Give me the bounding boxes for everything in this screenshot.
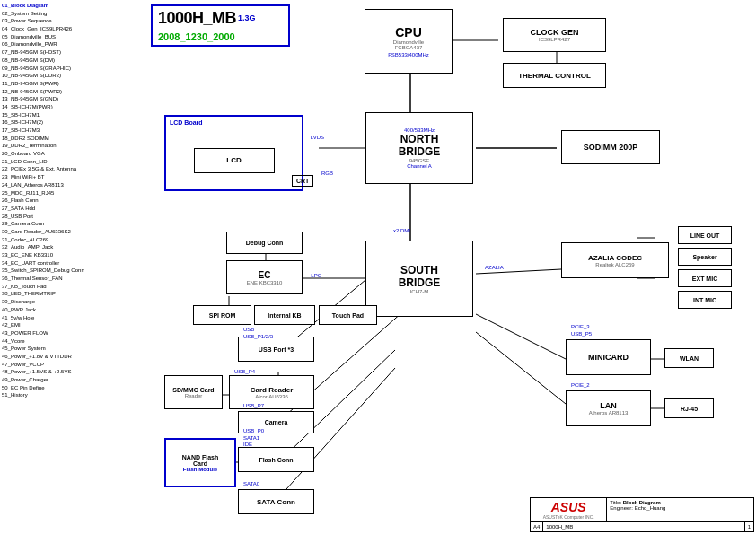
sidebar-item-32[interactable]: 32_Audio_AMP_Jack (2, 243, 145, 251)
sidebar-item-43[interactable]: 43_POWER FLOW (2, 329, 145, 337)
sidebar-item-30[interactable]: 30_Card Reader_AU6336S2 (2, 228, 145, 236)
usb-label: USB (243, 327, 254, 332)
sidebar-item-02[interactable]: 02_System Setting (2, 10, 145, 18)
sdmmc-sub: Reader (185, 393, 203, 398)
lcd-label: LCD (226, 156, 241, 164)
spi-rom-box: SPI ROM (193, 305, 251, 325)
sidebar-item-50[interactable]: 50_EC Pin Define (2, 384, 145, 392)
sidebar-item-28[interactable]: 28_USB Port (2, 213, 145, 221)
sidebar-item-17[interactable]: 17_SB-ICH7M3 (2, 127, 145, 135)
lan-sub: Atheros AR8113 (589, 410, 629, 416)
sidebar-item-34[interactable]: 34_EC_UART controller (2, 259, 145, 267)
svg-line-20 (476, 314, 566, 359)
sidebar-item-13[interactable]: 13_NB-945GM S(GND) (2, 95, 145, 103)
sidebar-item-41[interactable]: 41_5v/w Hole (2, 314, 145, 322)
sidebar-item-08[interactable]: 08_NB-945GM S(DM) (2, 57, 145, 65)
clock-gen-title: CLOCK GEN (531, 28, 579, 37)
sidebar-item-46[interactable]: 46_Power_+1.8V & VTTDDR (2, 353, 145, 361)
ec-sub: ENE KBC3310 (247, 280, 283, 285)
sidebar-item-14[interactable]: 14_SB-ICH7M(PWR) (2, 103, 145, 111)
sidebar-item-33[interactable]: 33_EC_ENE KB3310 (2, 251, 145, 259)
pcie2-label: PCIE_2 (571, 382, 590, 388)
card-reader-title: Card Reader (251, 386, 294, 394)
cpu-box: CPU Diamondville FCBGA437 FSB533/400MHz (365, 9, 453, 74)
sidebar-item-22[interactable]: 22_PCIEx 3.5G & Ext. Antenna (2, 165, 145, 173)
asus-logo: ASUS (551, 500, 586, 514)
sidebar-item-10[interactable]: 10_NB-945GM S(DDR2) (2, 72, 145, 80)
sidebar-item-12[interactable]: 12_NB-945GM S(PWR2) (2, 88, 145, 96)
sidebar-item-24[interactable]: 24_LAN_Atheros AR8113 (2, 181, 145, 189)
rj45-label: RJ-45 (681, 406, 698, 412)
sidebar-item-36[interactable]: 36_Thermal Sensor_FAN (2, 275, 145, 283)
usb-p4-label: USB_P4 (234, 369, 255, 374)
sidebar-item-26[interactable]: 26_Flash Conn (2, 197, 145, 205)
sidebar-item-47[interactable]: 47_Power_VCCP (2, 361, 145, 369)
sidebar-item-40[interactable]: 40_PWR Jack (2, 306, 145, 314)
sdmmc-box: SD/MMC Card Reader (164, 375, 223, 409)
usb-p-label: USB_P1/2/3 (243, 334, 273, 339)
sidebar-item-39[interactable]: 39_Discharge (2, 298, 145, 306)
int-mic-box: INT MIC (678, 291, 732, 309)
lvds-label: LVDS (311, 135, 324, 140)
sidebar-item-06[interactable]: 06_Diamondville_PWR (2, 40, 145, 48)
sidebar-item-25[interactable]: 25_MDC_RJ11_RJ45 (2, 189, 145, 197)
sidebar-item-01[interactable]: 01_Block Diagram (2, 2, 145, 10)
pcie-p5-label: USB_P5 (571, 331, 592, 337)
usb-p0-label: USB_P0 (243, 428, 264, 433)
footer-block: ASUS ASUSTeK Computer INC. Title: Block … (530, 497, 754, 532)
sidebar-item-03[interactable]: 03_Power Sequence (2, 17, 145, 25)
sidebar-item-05[interactable]: 05_Diamondville_BUS (2, 33, 145, 41)
sidebar-item-27[interactable]: 27_SATA Hdd (2, 205, 145, 213)
sidebar-item-11[interactable]: 11_NB-945GM S(PWR) (2, 80, 145, 88)
crt-box: CRT (292, 175, 313, 187)
sidebar-item-49[interactable]: 49_Power_Charger (2, 376, 145, 384)
cpu-fsb: FSB533/400MHz (388, 52, 429, 57)
sata-conn-box: SATA0 SATA Conn (238, 489, 314, 514)
pcie3-label: PCIE_3 (571, 324, 590, 329)
sidebar-item-48[interactable]: 48_Power_+1.5VS & +2.5VS (2, 368, 145, 376)
sidebar-item-38[interactable]: 38_LED_THERMTRIP (2, 290, 145, 298)
sata-conn-label: SATA Conn (257, 498, 295, 506)
sidebar-item-45[interactable]: 45_Power System (2, 345, 145, 353)
sidebar-item-09[interactable]: 09_NB-945GM S(GRAPHIC) (2, 65, 145, 73)
company-name: ASUSTeK Computer INC. (543, 514, 594, 520)
dmi-label: x2 DMI (393, 228, 410, 233)
sidebar-item-21[interactable]: 21_LCD Conn_LID (2, 158, 145, 166)
ext-mic-label: EXT MIC (692, 276, 717, 282)
sidebar-item-31[interactable]: 31_Codec_ALC269 (2, 236, 145, 244)
line-out-label: LINE OUT (690, 232, 720, 239)
project-title-block: 1000H_MB 1.3G 2008_1230_2000 (151, 4, 290, 47)
ext-mic-box: EXT MIC (678, 269, 732, 287)
sidebar-item-20[interactable]: 20_Onboard VGA (2, 150, 145, 158)
card-reader-box: USB_P4 Card Reader Alcor AU6336 (229, 375, 314, 409)
south-bridge-box: x2 DMI SOUTH BRIDGE ICH7-M (365, 241, 473, 317)
clock-gen-box: CLOCK GEN ICS9LPR427 (503, 18, 606, 52)
sidebar-item-18[interactable]: 18_DDR2 SODIMM (2, 135, 145, 143)
sidebar-item-23[interactable]: 23_Mini WiFi+ BT (2, 173, 145, 181)
sidebar-item-15[interactable]: 15_SB-ICH7M1 (2, 111, 145, 119)
cpu-sub2: FCBGA437 (395, 45, 423, 50)
sidebar-item-37[interactable]: 37_KB_Touch Pad (2, 283, 145, 291)
azalia-sub: Realtek ALC269 (595, 262, 634, 267)
sidebar-item-16[interactable]: 16_SB-ICH7M(2) (2, 118, 145, 127)
sata0-label: SATA0 (243, 481, 259, 486)
sidebar-item-04[interactable]: 04_Clock_Gen_ICS9LPR426 (2, 25, 145, 33)
sidebar-item-51[interactable]: 51_History (2, 391, 145, 399)
sidebar-item-44[interactable]: 44_Vcore (2, 337, 145, 346)
sidebar-item-42[interactable]: 42_EMI (2, 321, 145, 329)
sidebar-item-35[interactable]: 35_Switch_SPIROM_Debug Conn (2, 267, 145, 275)
sidebar-item-07[interactable]: 07_NB-945GM S(HDST) (2, 48, 145, 57)
debug-conn-box: Debug Conn (226, 232, 303, 254)
sata1-label: SATA1 (243, 435, 259, 441)
sidebar-item-29[interactable]: 29_Camera Conn (2, 220, 145, 228)
debug-label: Debug Conn (246, 240, 284, 246)
footer-rev: 1 (745, 522, 753, 531)
nand-title: NAND Flash (182, 454, 218, 460)
sodimm-title: SODIMM 200P (584, 143, 638, 152)
sidebar-item-19[interactable]: 19_DDR2_Termination (2, 142, 145, 150)
main-container: 01_Block Diagram 02_System Setting 03_Po… (0, 0, 756, 534)
nb-title: NORTH (400, 133, 439, 145)
internal-kb-box: Internal KB (254, 305, 315, 325)
usb-p7-label: USB_P7 (243, 403, 264, 408)
nand-flash-box: NAND Flash Card Flash Module (164, 438, 236, 487)
